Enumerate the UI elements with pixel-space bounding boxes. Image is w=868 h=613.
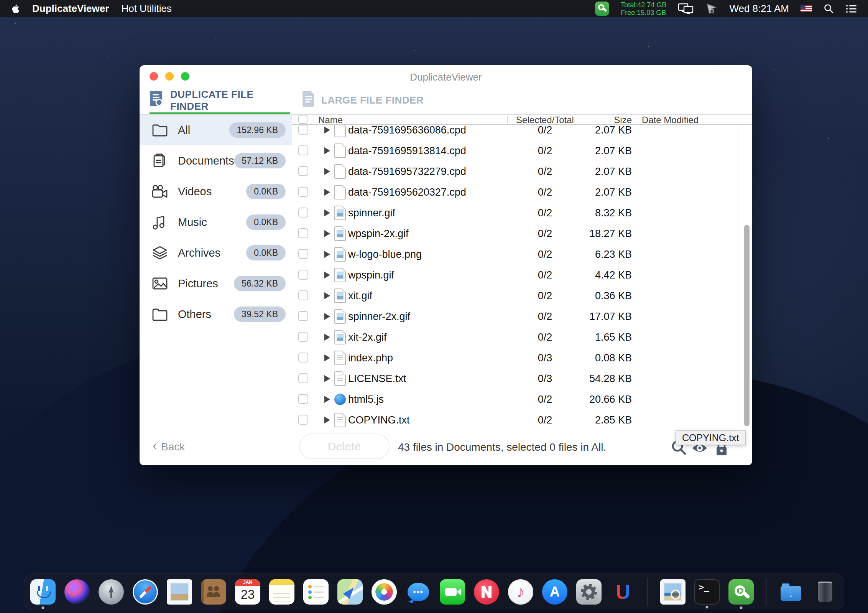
- table-row[interactable]: xit.gif 0/2 0.36 KB: [292, 285, 752, 306]
- disclosure-triangle-icon[interactable]: [324, 209, 330, 216]
- notification-center-icon[interactable]: [846, 4, 857, 13]
- dock-icon-safari[interactable]: [133, 579, 158, 605]
- sidebar-item-music[interactable]: Music 0.0KB: [140, 207, 292, 237]
- displays-icon[interactable]: [678, 3, 694, 15]
- column-header-size[interactable]: Size: [583, 115, 632, 125]
- dock-icon-finder[interactable]: [30, 579, 56, 605]
- column-header-date-modified[interactable]: Date Modified: [642, 115, 699, 125]
- dock-icon-itunes[interactable]: [508, 579, 533, 605]
- input-language-flag-icon[interactable]: [801, 5, 812, 12]
- column-divider: [740, 116, 740, 124]
- table-row[interactable]: data-7591695636086.cpd 0/2 2.07 KB: [292, 125, 752, 140]
- row-checkbox[interactable]: [298, 394, 308, 404]
- dock-icon-magnet[interactable]: [610, 579, 636, 605]
- table-row[interactable]: data-7591695913814.cpd 0/2 2.07 KB: [292, 140, 752, 161]
- row-checkbox[interactable]: [298, 249, 308, 259]
- disclosure-triangle-icon[interactable]: [324, 396, 330, 403]
- disclosure-triangle-icon[interactable]: [324, 168, 330, 175]
- row-checkbox[interactable]: [298, 290, 308, 300]
- dock-icon-maps[interactable]: [337, 579, 363, 605]
- remote-cursor-icon[interactable]: [705, 3, 718, 15]
- table-row[interactable]: spinner.gif 0/2 8.32 KB: [292, 203, 752, 223]
- sidebar-item-others[interactable]: Others 39.52 KB: [140, 299, 292, 330]
- stars: [15, 23, 16, 24]
- column-header-name[interactable]: Name: [318, 115, 343, 125]
- menu-item-hot-utilities[interactable]: Hot Utilities: [121, 3, 171, 15]
- row-checkbox[interactable]: [298, 311, 308, 321]
- row-checkbox[interactable]: [298, 145, 308, 155]
- dock-icon-news[interactable]: [474, 579, 499, 605]
- apple-menu-icon[interactable]: [11, 3, 20, 14]
- sidebar-item-pictures[interactable]: Pictures 56.32 KB: [140, 268, 292, 299]
- dock-icon-preview[interactable]: [660, 579, 686, 605]
- dock-icon-reminders[interactable]: [303, 579, 329, 605]
- dock-icon-terminal[interactable]: >_: [694, 579, 720, 605]
- row-checkbox[interactable]: [298, 415, 308, 425]
- table-row[interactable]: w-logo-blue.png 0/2 6.23 KB: [292, 244, 752, 265]
- disclosure-triangle-icon[interactable]: [324, 354, 330, 361]
- row-checkbox[interactable]: [298, 373, 308, 383]
- disclosure-triangle-icon[interactable]: [324, 417, 330, 423]
- dock-icon-notes[interactable]: [269, 579, 294, 605]
- back-button[interactable]: ‹ Back: [153, 441, 185, 453]
- disclosure-triangle-icon[interactable]: [324, 375, 330, 382]
- row-checkbox[interactable]: [298, 125, 308, 135]
- menubar-app-name[interactable]: DuplicateViewer: [32, 3, 109, 15]
- dock-icon-sysprefs[interactable]: [576, 579, 602, 605]
- disclosure-triangle-icon[interactable]: [324, 292, 330, 299]
- disclosure-triangle-icon[interactable]: [324, 313, 330, 320]
- table-row[interactable]: wpspin-2x.gif 0/2 18.27 KB: [292, 223, 752, 244]
- file-type-icon: [334, 288, 346, 303]
- dock-icon-facetime[interactable]: [440, 579, 465, 605]
- disclosure-triangle-icon[interactable]: [324, 272, 330, 278]
- sidebar-item-documents[interactable]: Documents 57.12 KB: [140, 145, 292, 176]
- table-row[interactable]: xit-2x.gif 0/2 1.65 KB: [292, 327, 752, 348]
- dock-icon-contacts[interactable]: [201, 579, 226, 605]
- finder-glyph: [36, 586, 50, 598]
- disclosure-triangle-icon[interactable]: [324, 334, 330, 341]
- dock-icon-dupviewer[interactable]: [728, 579, 754, 605]
- row-checkbox[interactable]: [298, 187, 308, 197]
- scrollbar-thumb[interactable]: [744, 225, 750, 426]
- menubar-clock[interactable]: Wed 8:21 AM: [729, 3, 789, 15]
- dock-icon-launchpad[interactable]: [99, 579, 124, 605]
- table-row[interactable]: LICENSE.txt 0/3 54.28 KB: [292, 368, 752, 389]
- dock-icon-appstore[interactable]: [542, 579, 567, 605]
- disclosure-triangle-icon[interactable]: [324, 230, 330, 237]
- dock-icon-messages[interactable]: [406, 579, 431, 605]
- sidebar-item-archives[interactable]: Archives 0.0KB: [140, 237, 292, 268]
- table-row[interactable]: wpspin.gif 0/2 4.42 KB: [292, 265, 752, 285]
- select-all-checkbox[interactable]: [298, 115, 307, 124]
- row-checkbox[interactable]: [298, 332, 308, 342]
- duplicateviewer-status-icon[interactable]: [595, 2, 609, 16]
- dock-icon-siri[interactable]: [64, 579, 90, 605]
- row-checkbox[interactable]: [298, 353, 308, 363]
- dock-icon-calendar[interactable]: JAN23: [235, 579, 260, 605]
- table-row[interactable]: spinner-2x.gif 0/2 17.07 KB: [292, 306, 752, 327]
- tab-large-file-finder[interactable]: LARGE FILE FINDER: [302, 88, 424, 112]
- disclosure-triangle-icon[interactable]: [324, 189, 330, 196]
- row-checkbox[interactable]: [298, 270, 308, 280]
- tab-duplicate-file-finder[interactable]: DUPLICATE FILE FINDER: [150, 88, 290, 112]
- dock-icon-trash[interactable]: [812, 579, 838, 605]
- disclosure-triangle-icon[interactable]: [324, 147, 330, 154]
- sidebar-item-all[interactable]: All 152.96 KB: [140, 115, 292, 145]
- table-row[interactable]: data-7591695732279.cpd 0/2 2.07 KB: [292, 161, 752, 182]
- disclosure-triangle-icon[interactable]: [324, 251, 330, 258]
- spotlight-search-icon[interactable]: [824, 3, 834, 14]
- table-row[interactable]: index.php 0/3 0.08 KB: [292, 348, 752, 368]
- table-row[interactable]: html5.js 0/2 20.66 KB: [292, 389, 752, 410]
- row-checkbox[interactable]: [298, 166, 308, 176]
- row-checkbox[interactable]: [298, 228, 308, 238]
- dock-icon-mail[interactable]: [167, 579, 192, 605]
- sidebar-item-videos[interactable]: Videos 0.0KB: [140, 176, 292, 207]
- row-checkbox[interactable]: [298, 208, 308, 218]
- dock-icon-photos[interactable]: [372, 579, 397, 605]
- title-bar[interactable]: DuplicateViewer: [140, 65, 752, 87]
- table-row[interactable]: data-7591695620327.cpd 0/2 2.07 KB: [292, 182, 752, 203]
- dock-icon-downloads[interactable]: [778, 579, 804, 605]
- disclosure-triangle-icon[interactable]: [324, 127, 330, 133]
- delete-button[interactable]: Delete: [299, 433, 390, 459]
- table-row[interactable]: COPYING.txt 0/2 2.85 KB: [292, 410, 752, 429]
- column-header-selected-total[interactable]: Selected/Total: [507, 115, 583, 125]
